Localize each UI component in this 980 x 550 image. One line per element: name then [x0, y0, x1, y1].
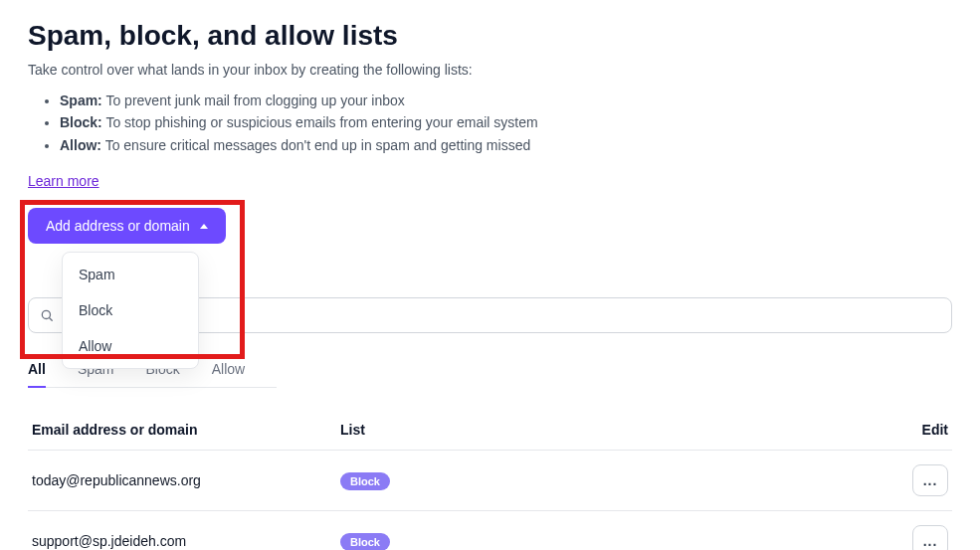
learn-more-link[interactable]: Learn more — [28, 173, 99, 189]
bullet-label: Spam: — [60, 92, 102, 108]
bullet-label: Block: — [60, 114, 102, 130]
page-subtitle: Take control over what lands in your inb… — [28, 62, 952, 78]
svg-line-1 — [50, 318, 53, 321]
cell-address: today@republicannews.org — [32, 472, 340, 488]
list-item: Spam: To prevent junk mail from clogging… — [60, 90, 952, 111]
list-item: Allow: To ensure critical messages don't… — [60, 134, 952, 156]
list-badge: Block — [340, 533, 390, 550]
bullet-text: To ensure critical messages don't end up… — [101, 137, 530, 153]
bullet-text: To prevent junk mail from clogging up yo… — [102, 92, 405, 108]
dropdown-item-spam[interactable]: Spam — [63, 257, 198, 292]
edit-button[interactable]: ... — [912, 525, 948, 550]
dropdown-item-block[interactable]: Block — [63, 292, 198, 328]
cell-edit: ... — [888, 464, 948, 496]
edit-button[interactable]: ... — [912, 464, 948, 496]
list-item: Block: To stop phishing or suspicious em… — [60, 111, 952, 133]
list-badge: Block — [340, 472, 390, 490]
col-edit: Edit — [888, 422, 948, 438]
add-address-label: Add address or domain — [46, 218, 190, 234]
lists-table: Email address or domain List Edit today@… — [28, 412, 952, 550]
cell-address: support@sp.jdeideh.com — [32, 533, 340, 549]
tab-allow[interactable]: Allow — [212, 353, 245, 387]
table-row: support@sp.jdeideh.com Block ... — [28, 511, 952, 550]
page-title: Spam, block, and allow lists — [28, 20, 952, 52]
table-header: Email address or domain List Edit — [28, 412, 952, 451]
cell-list: Block — [340, 532, 888, 550]
add-address-dropdown: Spam Block Allow — [62, 252, 199, 369]
add-address-button[interactable]: Add address or domain — [28, 208, 226, 244]
cell-list: Block — [340, 471, 888, 490]
caret-up-icon — [200, 224, 208, 229]
bullet-label: Allow: — [60, 137, 101, 153]
bullet-text: To stop phishing or suspicious emails fr… — [102, 114, 538, 130]
cell-edit: ... — [888, 525, 948, 550]
table-row: today@republicannews.org Block ... — [28, 451, 952, 511]
dropdown-item-allow[interactable]: Allow — [63, 328, 198, 364]
col-address: Email address or domain — [32, 422, 340, 438]
search-icon — [40, 308, 54, 322]
tab-all[interactable]: All — [28, 353, 46, 387]
col-list: List — [340, 422, 888, 438]
description-list: Spam: To prevent junk mail from clogging… — [28, 90, 952, 156]
